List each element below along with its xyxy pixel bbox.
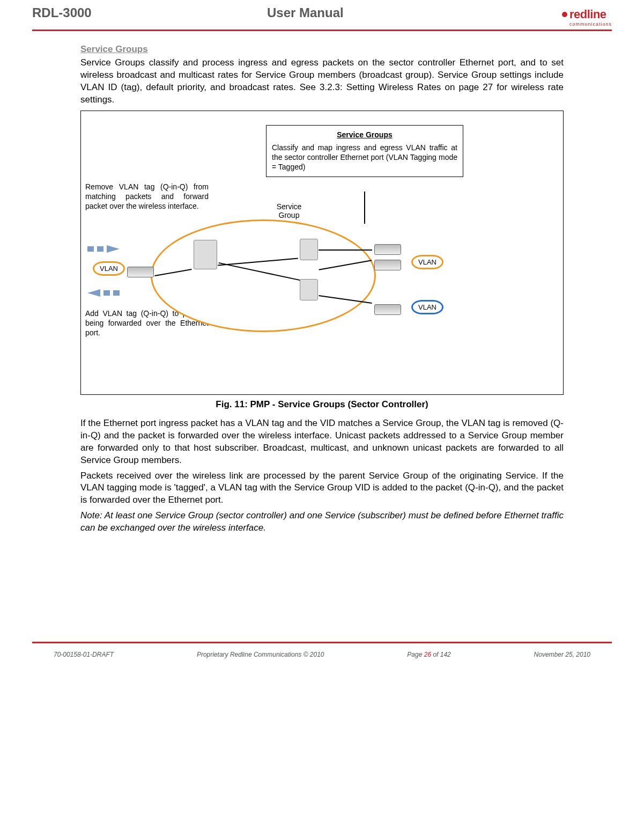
subscriber-icon xyxy=(300,239,318,260)
footer-page-number: Page 26 of 142 xyxy=(407,651,450,658)
callout-service-groups: Service Groups Classify and map ingress … xyxy=(266,125,463,177)
figure-11-diagram: Service Groups Classify and map ingress … xyxy=(80,111,564,395)
subscriber-icon xyxy=(300,279,318,300)
sector-controller-icon xyxy=(194,240,217,269)
router-icon xyxy=(374,244,401,255)
logo-subtext: communications xyxy=(569,21,612,27)
header-divider xyxy=(32,30,612,31)
label-service-group: Service Group xyxy=(268,202,310,219)
router-icon xyxy=(127,267,154,277)
body-paragraph-3: Packets received over the wireless link … xyxy=(80,470,564,507)
callout-sg-body: Classify and map ingress and egress VLAN… xyxy=(272,143,457,171)
callout-sg-title: Service Groups xyxy=(272,130,457,139)
main-content: Service Groups Service Groups classify a… xyxy=(32,44,612,534)
intro-paragraph: Service Groups classify and process ingr… xyxy=(80,57,564,106)
callout-remove-vlan: Remove VLAN tag (Q-in-Q) from matching p… xyxy=(85,182,209,211)
note-paragraph: Note: At least one Service Group (sector… xyxy=(80,510,564,534)
arrow-left-icon xyxy=(87,289,120,297)
footer-date: November 25, 2010 xyxy=(534,651,590,658)
callout-connector xyxy=(364,192,365,224)
redline-logo: redline communications xyxy=(562,8,612,27)
footer-doc-id: 70-00158-01-DRAFT xyxy=(54,651,114,658)
connection-line xyxy=(319,249,372,251)
section-heading: Service Groups xyxy=(80,44,564,55)
wireless-cloud-icon xyxy=(151,219,376,332)
page-footer: 70-00158-01-DRAFT Proprietary Redline Co… xyxy=(32,643,612,669)
router-icon xyxy=(374,260,401,270)
arrow-right-icon xyxy=(87,245,120,253)
vlan-bubble-left: VLAN xyxy=(93,261,125,276)
vlan-bubble-right-top: VLAN xyxy=(411,255,443,269)
document-type: User Manual xyxy=(92,5,519,20)
router-icon xyxy=(374,304,401,315)
body-paragraph-2: If the Ethernet port ingress packet has … xyxy=(80,417,564,467)
logo-text: redline xyxy=(569,8,606,21)
vlan-bubble-right-bottom: VLAN xyxy=(411,300,443,314)
model-number: RDL-3000 xyxy=(32,5,92,20)
footer-copyright: Proprietary Redline Communications © 201… xyxy=(197,651,324,658)
logo-dot-icon xyxy=(562,12,567,17)
figure-caption: Fig. 11: PMP - Service Groups (Sector Co… xyxy=(80,399,564,410)
page-header: RDL-3000 User Manual redline communicati… xyxy=(32,0,612,30)
